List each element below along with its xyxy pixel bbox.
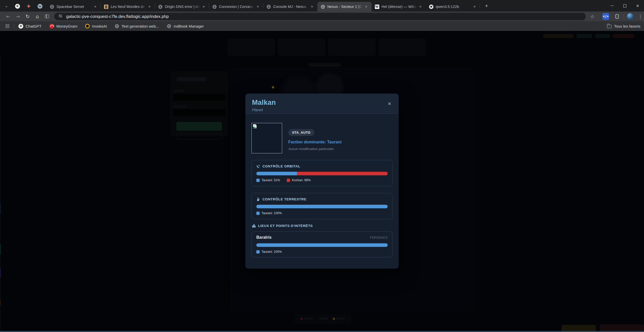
poi-code: FDFDSVCX	[370, 236, 388, 239]
pinned-tab-gemini[interactable]	[23, 2, 34, 10]
bookmark-text-generation[interactable]: Text generation web...	[114, 24, 159, 28]
ground-control-bar	[256, 205, 388, 208]
extensions-button[interactable]	[612, 12, 622, 21]
browser-window: ⌄ ✻ W Spacebar Server ✕	[0, 0, 644, 332]
legend-label: Taurani: 100%	[261, 250, 282, 254]
browser-menu-button[interactable]: ⋮	[636, 12, 644, 21]
bookmark-label: ChatGPT	[26, 24, 42, 28]
tab-title: Origin DNS error | discord-like	[165, 5, 201, 9]
dimmed-header-button	[595, 34, 610, 38]
pinned-tab-chatgpt[interactable]: ✻	[12, 2, 23, 10]
legend-item: Taurani: 31%	[256, 178, 280, 182]
planet-modal: Malkan Planet ✕ STA_AUTO	[245, 94, 399, 269]
dimmed-stat-card	[227, 38, 275, 56]
tab-title: qwen3.5:122b	[436, 5, 472, 9]
tab-origin-dns-error[interactable]: Origin DNS error | discord-like ✕	[155, 2, 209, 12]
wikipedia-favicon: W	[375, 4, 379, 9]
dimmed-stat-card	[278, 38, 325, 56]
folder-icon	[607, 25, 612, 28]
city-icon	[252, 224, 256, 228]
window-close-button[interactable]: ✕	[631, 0, 644, 12]
invokeai-icon	[85, 24, 90, 28]
tab-close-icon[interactable]: ✕	[363, 4, 369, 9]
modifier-note: Aucun modificateur particulier.	[288, 147, 342, 151]
tab-spacebar-server[interactable]: Spacebar Server ✕	[47, 2, 101, 12]
tab-title: Connexion | Corvara	[219, 5, 255, 9]
bookmark-mdbook-manager[interactable]: mdBook Manager	[167, 24, 204, 28]
bookmark-star-button[interactable]: ☆	[588, 12, 597, 21]
orbital-legend: Taurani: 31%Kra'kan: 69%	[256, 178, 388, 182]
poi-legend: Taurani: 100%	[256, 250, 388, 254]
orbital-control-section: CONTRÔLE ORBITAL Taurani: 31%Kra'kan: 69…	[251, 160, 393, 186]
apps-grid-icon[interactable]	[6, 24, 9, 28]
tab-close-icon[interactable]: ✕	[93, 4, 98, 9]
home-button[interactable]: ⌂	[33, 12, 42, 21]
tab-title: Spacebar Server	[56, 5, 93, 9]
url-text: galactic-pve-conquest-c7fe.dev.flatlogic…	[66, 14, 169, 19]
all-bookmarks-button[interactable]: Tous les favoris	[607, 21, 640, 31]
modal-close-button[interactable]: ✕	[386, 100, 393, 107]
tab-title: Les Neuf Mondes de la Mythol	[111, 5, 147, 9]
page-thumbnail-favicon	[104, 4, 108, 9]
bookmark-chatgpt[interactable]: ✻ ChatGPT	[18, 24, 42, 29]
globe-favicon	[158, 4, 163, 9]
broken-image-icon	[252, 124, 257, 129]
bookmark-invokeai[interactable]: InvokeAI	[85, 24, 107, 28]
back-button[interactable]: ←	[4, 12, 13, 21]
new-tab-button[interactable]: +	[483, 2, 490, 9]
orbital-control-bar	[256, 172, 388, 175]
profile-button[interactable]	[626, 12, 635, 21]
forward-button[interactable]: →	[13, 12, 22, 21]
pinned-tab-wordpress[interactable]: W	[34, 2, 45, 10]
bookmarks-separator	[606, 24, 606, 28]
tab-close-icon[interactable]: ✕	[472, 4, 477, 9]
globe-favicon	[50, 4, 54, 9]
tab-close-icon[interactable]: ✕	[201, 4, 206, 9]
side-panel-button[interactable]	[42, 12, 52, 21]
site-settings-icon[interactable]	[58, 14, 63, 19]
reload-button[interactable]: ↻	[23, 12, 32, 21]
avatar	[627, 13, 634, 20]
tab-close-icon[interactable]: ✕	[309, 4, 315, 9]
address-bar[interactable]: galactic-pve-conquest-c7fe.dev.flatlogic…	[54, 13, 586, 20]
tab-neuf-mondes[interactable]: Les Neuf Mondes de la Mythol ✕	[101, 2, 155, 12]
legend-label: Kra'kan: 69%	[292, 178, 311, 182]
minimize-icon	[611, 6, 614, 6]
bar-segment-Taurani	[256, 243, 388, 247]
extension-shortcut-button[interactable]: </>	[601, 12, 610, 21]
tab-separator	[155, 4, 155, 8]
tab-qwen[interactable]: qwen3.5:122b ✕	[426, 2, 480, 12]
bookmark-label: Text generation web...	[121, 24, 159, 28]
tab-search-button[interactable]: ⌄	[3, 3, 10, 9]
section-title: LIEUX ET POINTS D'INTÉRÊTS	[258, 224, 313, 228]
window-minimize-button[interactable]	[606, 0, 618, 12]
window-controls: ✕	[606, 0, 644, 12]
globe-favicon	[320, 4, 325, 9]
bookmark-moneygram[interactable]: MoneyGram	[49, 24, 78, 29]
legend-label: Taurani: 31%	[261, 178, 280, 182]
tab-connexion-corvara[interactable]: Connexion | Corvara ✕	[209, 2, 263, 12]
tab-close-icon[interactable]: ✕	[147, 4, 152, 9]
tab-console-mj[interactable]: Console MJ - Nexus ✕	[263, 2, 317, 12]
dimmed-header-button	[543, 34, 574, 38]
modal-title: Malkan	[252, 99, 392, 107]
modal-subtitle: Planet	[252, 108, 392, 112]
tab-close-icon[interactable]: ✕	[418, 4, 423, 9]
modal-header: Malkan Planet ✕	[245, 94, 399, 114]
puzzle-icon	[615, 14, 619, 19]
dimmed-stat-card	[328, 38, 376, 56]
bookmarks-separator	[14, 24, 14, 28]
dominant-faction-text: Faction dominante: Taurani	[288, 140, 342, 144]
screen-edge-strip	[0, 55, 1, 332]
poi-card: Baralris FDFDSVCX Taurani: 100%	[251, 231, 393, 257]
ollama-favicon	[429, 4, 433, 9]
globe-favicon	[212, 4, 217, 9]
satellite-dish-icon	[256, 164, 260, 168]
dimmed-form-panel	[170, 71, 228, 136]
window-maximize-button[interactable]	[618, 0, 631, 12]
tab-hel-wikipedia[interactable]: W Hel (déesse) — Wikipédia ✕	[372, 2, 426, 12]
svg-text:W: W	[38, 5, 42, 8]
tab-close-icon[interactable]: ✕	[255, 4, 261, 9]
tab-nexus-secteur-active[interactable]: Nexus - Secteur 1 [G1] ✕	[317, 2, 372, 12]
tab-title: Console MJ - Nexus	[273, 5, 309, 9]
